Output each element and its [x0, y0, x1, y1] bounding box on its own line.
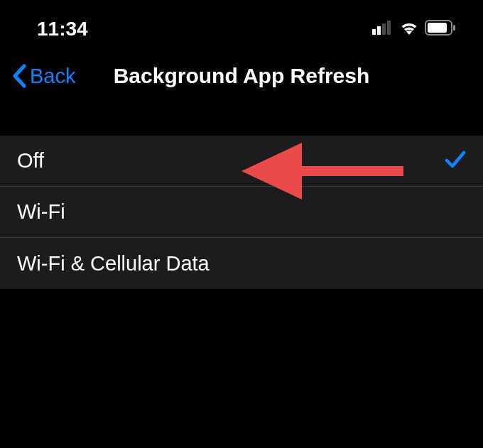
svg-rect-3	[387, 21, 391, 35]
status-icons-group	[372, 20, 456, 38]
svg-rect-6	[453, 25, 455, 31]
svg-rect-5	[428, 23, 447, 33]
option-wifi-cellular[interactable]: Wi-Fi & Cellular Data	[0, 238, 483, 289]
status-bar: 11:34	[0, 0, 483, 53]
page-title: Background App Refresh	[114, 64, 370, 88]
option-wifi[interactable]: Wi-Fi	[0, 187, 483, 238]
battery-icon	[425, 20, 456, 38]
wifi-icon	[399, 21, 419, 38]
chevron-left-icon	[11, 64, 27, 88]
back-label: Back	[30, 65, 75, 88]
option-label: Off	[17, 149, 44, 173]
navigation-bar: Back Background App Refresh	[0, 53, 483, 103]
option-label: Wi-Fi & Cellular Data	[17, 252, 210, 275]
status-time: 11:34	[37, 18, 88, 40]
cellular-signal-icon	[372, 21, 394, 38]
back-button[interactable]: Back	[11, 64, 75, 88]
svg-rect-0	[372, 29, 376, 35]
svg-rect-2	[382, 23, 386, 35]
option-label: Wi-Fi	[17, 200, 65, 224]
options-list: Off Wi-Fi Wi-Fi & Cellular Data	[0, 136, 483, 289]
section-spacer	[0, 103, 483, 136]
option-off[interactable]: Off	[0, 136, 483, 187]
svg-rect-1	[377, 26, 381, 35]
checkmark-icon	[445, 150, 466, 173]
